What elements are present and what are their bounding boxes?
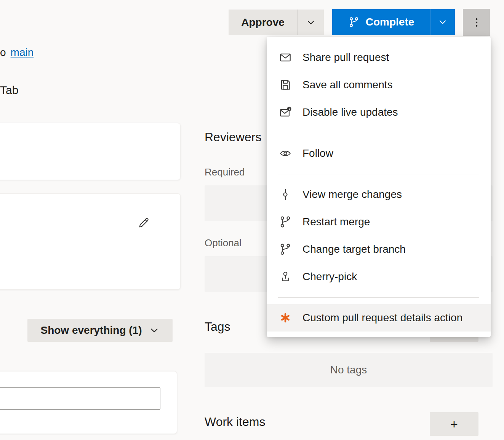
- menu-divider: [267, 167, 491, 181]
- menu-item-restart-merge[interactable]: Restart merge: [267, 208, 491, 236]
- branch-icon: [278, 215, 293, 229]
- custom-action-asterisk-icon: [278, 311, 293, 325]
- reviewers-heading: Reviewers: [205, 130, 261, 144]
- branch-icon: [348, 16, 360, 28]
- menu-item-label: Change target branch: [302, 243, 406, 255]
- more-vertical-icon: [471, 17, 482, 28]
- complete-dropdown-button[interactable]: [430, 9, 455, 35]
- no-tags-text: No tags: [330, 364, 367, 376]
- follow-icon: [278, 146, 293, 161]
- menu-item-label: View merge changes: [302, 188, 402, 201]
- required-reviewers-label: Required: [205, 166, 245, 178]
- status-card: [0, 123, 181, 180]
- menu-item-label: Save all comments: [302, 79, 393, 91]
- menu-item-change-target-branch[interactable]: Change target branch: [267, 236, 491, 263]
- chevron-down-icon: [149, 325, 160, 336]
- menu-item-follow[interactable]: Follow: [267, 140, 491, 167]
- commit-icon: [278, 187, 293, 202]
- breadcrumb-fragment: o: [0, 46, 6, 59]
- menu-item-custom-pull-request-details-action[interactable]: Custom pull request details action: [267, 304, 491, 332]
- plus-icon: +: [450, 417, 458, 432]
- save-icon: [278, 78, 293, 92]
- menu-divider: [267, 290, 491, 304]
- approve-dropdown-button[interactable]: [297, 10, 324, 35]
- menu-item-save-all-comments[interactable]: Save all comments: [267, 71, 491, 99]
- activity-filter-label: Show everything (1): [40, 324, 142, 336]
- menu-item-label: Disable live updates: [302, 106, 398, 118]
- live-updates-icon: [278, 105, 293, 120]
- comment-input[interactable]: [0, 387, 160, 410]
- cherry-pick-icon: [278, 269, 293, 284]
- complete-button[interactable]: Complete: [332, 9, 430, 35]
- mail-icon: [278, 50, 293, 65]
- chevron-down-icon: [438, 17, 448, 27]
- comment-card: [0, 371, 177, 434]
- activity-filter-dropdown[interactable]: Show everything (1): [27, 319, 173, 342]
- complete-button-label: Complete: [366, 16, 414, 28]
- chevron-down-icon: [306, 18, 316, 27]
- tab-label-fragment[interactable]: Tab: [0, 84, 18, 97]
- add-work-item-button[interactable]: +: [430, 412, 478, 436]
- menu-item-label: Custom pull request details action: [302, 312, 462, 324]
- no-tags-box: No tags: [205, 353, 493, 387]
- breadcrumb: o main: [0, 46, 34, 59]
- description-card: [0, 193, 181, 290]
- optional-reviewers-label: Optional: [205, 237, 242, 249]
- pull-request-page: Approve Complete o main Tab: [0, 0, 504, 440]
- menu-item-label: Restart merge: [302, 216, 370, 228]
- edit-pencil-icon[interactable]: [137, 216, 150, 230]
- menu-item-view-merge-changes[interactable]: View merge changes: [267, 181, 491, 208]
- approve-button[interactable]: Approve: [229, 10, 297, 35]
- more-actions-button[interactable]: [463, 9, 490, 36]
- tags-heading: Tags: [205, 320, 230, 334]
- work-items-heading: Work items: [205, 415, 265, 429]
- menu-item-label: Follow: [302, 147, 333, 159]
- menu-item-label: Share pull request: [302, 51, 389, 64]
- context-menu: Share pull request Save all comments Dis…: [267, 37, 491, 337]
- menu-divider: [267, 126, 491, 140]
- menu-item-disable-live-updates[interactable]: Disable live updates: [267, 99, 491, 126]
- target-branch-link[interactable]: main: [11, 46, 34, 59]
- menu-item-label: Cherry-pick: [302, 271, 357, 283]
- menu-item-share-pull-request[interactable]: Share pull request: [267, 44, 491, 71]
- menu-item-cherry-pick[interactable]: Cherry-pick: [267, 263, 491, 290]
- branch-icon: [278, 242, 293, 257]
- approve-button-label: Approve: [241, 16, 285, 29]
